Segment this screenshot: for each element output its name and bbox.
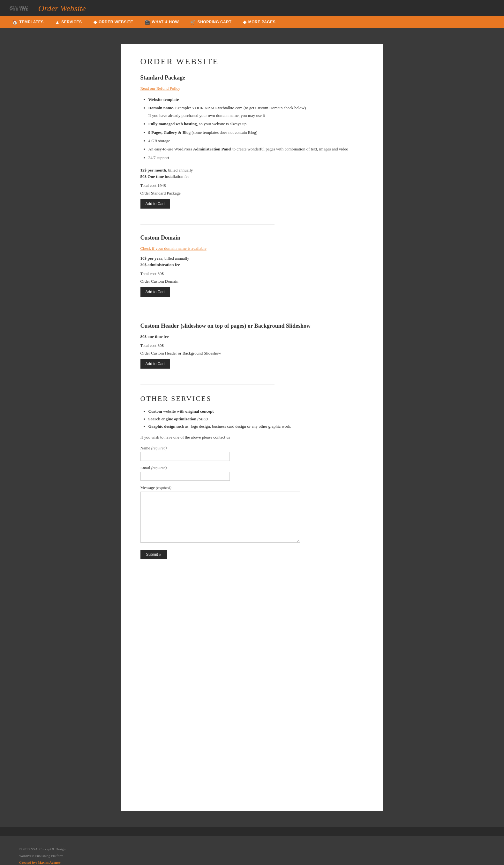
play-icon: 🎬 <box>144 20 150 25</box>
nav-label-more-pages: MORE PAGES <box>248 20 276 24</box>
price-onetime: 50$ One time installation fee <box>140 174 364 179</box>
standard-features-list: Website template Domain name. Example: Y… <box>140 96 364 161</box>
header-title: Order Website <box>38 4 86 13</box>
other-services-list: Custom website with original concept Sea… <box>140 407 364 430</box>
custom-header-section: Custom Header (slideshow on top of pages… <box>140 323 364 378</box>
feature-pages: 9 Pages, Gallery & Blog (some templates … <box>149 129 364 136</box>
price-annual-domain: 10$ per year, billed annually <box>140 256 364 261</box>
main-nav: 🏠 TEMPLATES ▲ SERVICES ◆ ORDER WEBSITE 🎬… <box>0 16 504 28</box>
footer-left: © 2013 NSA. Concept & Design WordPress P… <box>19 846 66 865</box>
nav-label-services: SERVICES <box>61 20 82 24</box>
name-form-group: Name (required) <box>140 446 364 461</box>
nav-label-shopping-cart: SHOPPING CART <box>198 20 232 24</box>
nav-item-more-pages[interactable]: ◆ MORE PAGES <box>237 16 281 28</box>
divider-1 <box>140 224 274 225</box>
price-onetime-header: 80$ one time fee <box>140 334 364 339</box>
custom-header-title: Custom Header (slideshow on top of pages… <box>140 323 364 329</box>
footer-dark-bar <box>0 827 504 836</box>
total-cost-domain: Total cost 30$ <box>140 271 364 276</box>
custom-domain-section: Custom Domain Check if your domain name … <box>140 234 364 306</box>
total-cost-header: Total cost 80$ <box>140 343 364 348</box>
feature-domain: Domain name. Example: YOUR NAME.webtalkt… <box>149 104 364 119</box>
footer-copyright: © 2013 NSA. Concept & Design <box>19 846 66 853</box>
order-label-standard: Order Standard Package <box>140 191 364 196</box>
service-graphic-design: Graphic design such as: logo design, bus… <box>149 423 364 430</box>
footer-created-by: Created by: Maxim Agenov <box>19 859 66 865</box>
nav-label-templates: TEMPLATES <box>20 20 44 24</box>
feature-support: 24/7 support <box>149 154 364 161</box>
more-icon: ◆ <box>243 20 247 25</box>
standard-package-title: Standard Package <box>140 74 364 81</box>
email-form-group: Email (required) <box>140 465 364 481</box>
other-services-section: Other Services Custom website with origi… <box>140 394 364 559</box>
feature-template: Website template <box>149 96 364 103</box>
feature-admin: An easy-to-use WordPress Administration … <box>149 145 364 153</box>
total-cost-standard: Total cost 194$ <box>140 183 364 188</box>
page-title: Order Website <box>140 57 364 67</box>
site-logo: WebTalkTo WEB SITE <box>10 6 29 11</box>
message-textarea[interactable] <box>140 492 300 543</box>
message-form-group: Message (required) <box>140 485 364 543</box>
page-content: Order Website Standard Package Read our … <box>121 44 383 811</box>
add-to-cart-header[interactable]: Add to Cart <box>140 359 170 369</box>
other-services-title: Other Services <box>140 394 364 403</box>
nav-item-shopping-cart[interactable]: 🛒 SHOPPING CART <box>185 16 237 28</box>
nav-label-order-website: ORDER WEBSITE <box>98 20 133 24</box>
email-label: Email (required) <box>140 465 364 471</box>
order-label-header: Order Custom Header or Background Slides… <box>140 351 364 356</box>
diamond-icon: ◆ <box>94 20 97 25</box>
divider-3 <box>140 384 274 385</box>
nav-label-what-how: WHAT & HOW <box>152 20 179 24</box>
add-to-cart-domain[interactable]: Add to Cart <box>140 287 170 297</box>
site-header: WebTalkTo WEB SITE Order Website <box>0 0 504 16</box>
divider-2 <box>140 313 274 313</box>
service-seo: Search engine optimization (SEO) <box>149 415 364 423</box>
contact-form: Name (required) Email (required) Message… <box>140 446 364 559</box>
email-input[interactable] <box>140 472 230 481</box>
name-input[interactable] <box>140 452 230 461</box>
price-monthly: 12$ per month, billed annually <box>140 168 364 173</box>
message-label: Message (required) <box>140 485 364 490</box>
name-label: Name (required) <box>140 446 364 451</box>
add-to-cart-standard[interactable]: Add to Cart <box>140 199 170 209</box>
footer-logo: WebTalkTo <box>430 863 485 865</box>
check-domain-link[interactable]: Check if your domain name is available <box>140 246 364 251</box>
nav-item-templates[interactable]: 🏠 TEMPLATES <box>7 16 49 28</box>
order-label-domain: Order Custom Domain <box>140 279 364 284</box>
nav-item-services[interactable]: ▲ SERVICES <box>49 16 88 28</box>
nav-item-order-website[interactable]: ◆ ORDER WEBSITE <box>88 16 139 28</box>
footer-powered: WordPress Publishing Platform <box>19 853 66 859</box>
nav-item-what-how[interactable]: 🎬 WHAT & HOW <box>139 16 185 28</box>
triangle-icon: ▲ <box>55 20 60 25</box>
feature-hosting: Fully managed web hosting, so your websi… <box>149 120 364 127</box>
price-admin-domain: 20$ administration fee <box>140 262 364 267</box>
custom-domain-title: Custom Domain <box>140 234 364 241</box>
feature-storage: 4 GB storage <box>149 137 364 145</box>
home-icon: 🏠 <box>12 20 18 25</box>
footer-main: © 2013 NSA. Concept & Design WordPress P… <box>0 836 504 865</box>
logo-sub: WEB SITE <box>10 7 29 11</box>
service-custom-website: Custom website with original concept <box>149 407 364 415</box>
refund-policy-link[interactable]: Read our Refund Policy <box>140 86 364 91</box>
submit-button[interactable]: Submit » <box>140 550 167 559</box>
contact-text: If you wish to have one of the above ple… <box>140 435 364 440</box>
cart-icon: 🛒 <box>190 20 196 25</box>
standard-package-section: Standard Package Read our Refund Policy … <box>140 74 364 218</box>
